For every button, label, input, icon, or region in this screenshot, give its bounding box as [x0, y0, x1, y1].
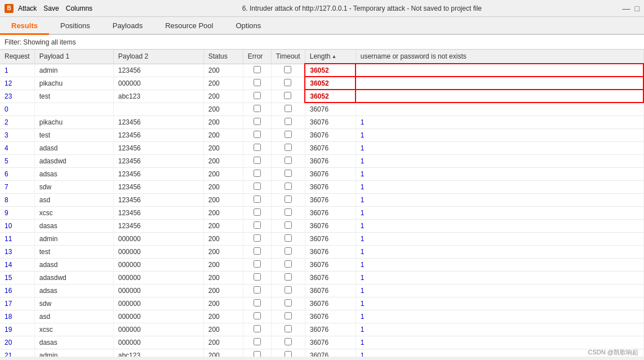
error-checkbox[interactable]: [254, 286, 261, 294]
timeout-checkbox[interactable]: [284, 66, 291, 73]
table-row[interactable]: 020036076: [0, 103, 643, 115]
cell-request[interactable]: 18: [0, 310, 34, 323]
error-checkbox[interactable]: [254, 195, 261, 203]
error-checkbox[interactable]: [254, 92, 261, 99]
cell-request[interactable]: 23: [0, 90, 34, 103]
error-checkbox[interactable]: [254, 183, 261, 190]
cell-request[interactable]: 10: [0, 219, 34, 232]
timeout-checkbox[interactable]: [285, 118, 292, 125]
table-row[interactable]: 16adsas000000200360761: [0, 284, 643, 297]
cell-request[interactable]: 2: [0, 115, 34, 128]
timeout-checkbox[interactable]: [284, 79, 291, 86]
menu-attack[interactable]: Attack: [18, 5, 37, 12]
timeout-checkbox[interactable]: [285, 351, 292, 357]
timeout-checkbox[interactable]: [285, 273, 292, 281]
timeout-checkbox[interactable]: [285, 105, 292, 112]
error-checkbox[interactable]: [254, 105, 261, 112]
timeout-checkbox[interactable]: [285, 170, 292, 177]
timeout-checkbox[interactable]: [285, 208, 292, 216]
tab-payloads[interactable]: Payloads: [101, 18, 154, 35]
timeout-checkbox[interactable]: [285, 325, 292, 332]
maximize-button[interactable]: □: [635, 4, 639, 13]
col-request[interactable]: Request: [0, 50, 34, 64]
cell-request[interactable]: 16: [0, 284, 34, 297]
col-payload1[interactable]: Payload 1: [34, 50, 113, 64]
table-row[interactable]: 5adasdwd123456200360761: [0, 154, 643, 167]
table-row[interactable]: 20dasas000000200360761: [0, 336, 643, 349]
error-checkbox[interactable]: [254, 234, 261, 242]
cell-request[interactable]: 0: [0, 103, 34, 115]
timeout-checkbox[interactable]: [285, 221, 292, 229]
error-checkbox[interactable]: [254, 118, 261, 125]
error-checkbox[interactable]: [254, 221, 261, 229]
error-checkbox[interactable]: [254, 312, 261, 319]
error-checkbox[interactable]: [254, 157, 261, 164]
timeout-checkbox[interactable]: [285, 260, 292, 268]
cell-request[interactable]: 9: [0, 206, 34, 219]
cell-request[interactable]: 4: [0, 141, 34, 154]
table-row[interactable]: 14adasd000000200360761: [0, 258, 643, 271]
col-status[interactable]: Status: [203, 50, 243, 64]
table-row[interactable]: 8asd123456200360761: [0, 193, 643, 206]
tab-resource-pool[interactable]: Resource Pool: [154, 18, 224, 35]
error-checkbox[interactable]: [254, 170, 261, 177]
timeout-checkbox[interactable]: [285, 195, 292, 203]
error-checkbox[interactable]: [254, 131, 261, 138]
menu-columns[interactable]: Columns: [66, 5, 92, 12]
col-timeout[interactable]: Timeout: [271, 50, 305, 64]
cell-request[interactable]: 11: [0, 232, 34, 245]
table-row[interactable]: 21adminabc123200360761: [0, 349, 643, 357]
results-table-container[interactable]: Request Payload 1 Payload 2 Status Error…: [0, 50, 644, 357]
table-row[interactable]: 2pikachu123456200360761: [0, 115, 643, 128]
cell-request[interactable]: 19: [0, 323, 34, 336]
table-row[interactable]: 10dasas123456200360761: [0, 219, 643, 232]
table-row[interactable]: 6adsas123456200360761: [0, 167, 643, 180]
col-payload2[interactable]: Payload 2: [113, 50, 203, 64]
cell-request[interactable]: 1: [0, 64, 34, 77]
tab-results[interactable]: Results: [0, 18, 49, 35]
timeout-checkbox[interactable]: [284, 92, 291, 99]
cell-request[interactable]: 6: [0, 167, 34, 180]
cell-request[interactable]: 17: [0, 297, 34, 310]
tab-options[interactable]: Options: [224, 18, 272, 35]
table-row[interactable]: 12pikachu00000020036052: [0, 77, 643, 90]
error-checkbox[interactable]: [254, 273, 261, 281]
cell-request[interactable]: 7: [0, 180, 34, 193]
table-row[interactable]: 9xcsc123456200360761: [0, 206, 643, 219]
timeout-checkbox[interactable]: [285, 131, 292, 138]
cell-request[interactable]: 5: [0, 154, 34, 167]
error-checkbox[interactable]: [254, 338, 261, 345]
error-checkbox[interactable]: [254, 351, 261, 357]
timeout-checkbox[interactable]: [285, 247, 292, 255]
table-row[interactable]: 18asd000000200360761: [0, 310, 643, 323]
table-row[interactable]: 11admin000000200360761: [0, 232, 643, 245]
error-checkbox[interactable]: [254, 144, 261, 151]
timeout-checkbox[interactable]: [285, 338, 292, 345]
table-row[interactable]: 23testabc12320036052: [0, 90, 643, 103]
col-error[interactable]: Error: [243, 50, 271, 64]
minimize-button[interactable]: —: [623, 4, 630, 13]
table-row[interactable]: 4adasd123456200360761: [0, 141, 643, 154]
cell-request[interactable]: 14: [0, 258, 34, 271]
error-checkbox[interactable]: [254, 247, 261, 255]
cell-request[interactable]: 12: [0, 77, 34, 90]
col-last[interactable]: username or password is not exists: [356, 50, 643, 64]
timeout-checkbox[interactable]: [285, 286, 292, 294]
timeout-checkbox[interactable]: [285, 183, 292, 190]
table-row[interactable]: 3test123456200360761: [0, 128, 643, 141]
error-checkbox[interactable]: [254, 299, 261, 306]
table-row[interactable]: 7sdw123456200360761: [0, 180, 643, 193]
error-checkbox[interactable]: [254, 325, 261, 332]
timeout-checkbox[interactable]: [285, 157, 292, 164]
error-checkbox[interactable]: [254, 208, 261, 216]
error-checkbox[interactable]: [254, 79, 261, 86]
cell-request[interactable]: 20: [0, 336, 34, 349]
timeout-checkbox[interactable]: [285, 312, 292, 319]
timeout-checkbox[interactable]: [285, 299, 292, 306]
col-length[interactable]: Length ▲: [305, 50, 356, 64]
table-row[interactable]: 15adasdwd000000200360761: [0, 271, 643, 284]
menu-save[interactable]: Save: [43, 5, 59, 12]
timeout-checkbox[interactable]: [285, 234, 292, 242]
cell-request[interactable]: 8: [0, 193, 34, 206]
error-checkbox[interactable]: [254, 260, 261, 268]
